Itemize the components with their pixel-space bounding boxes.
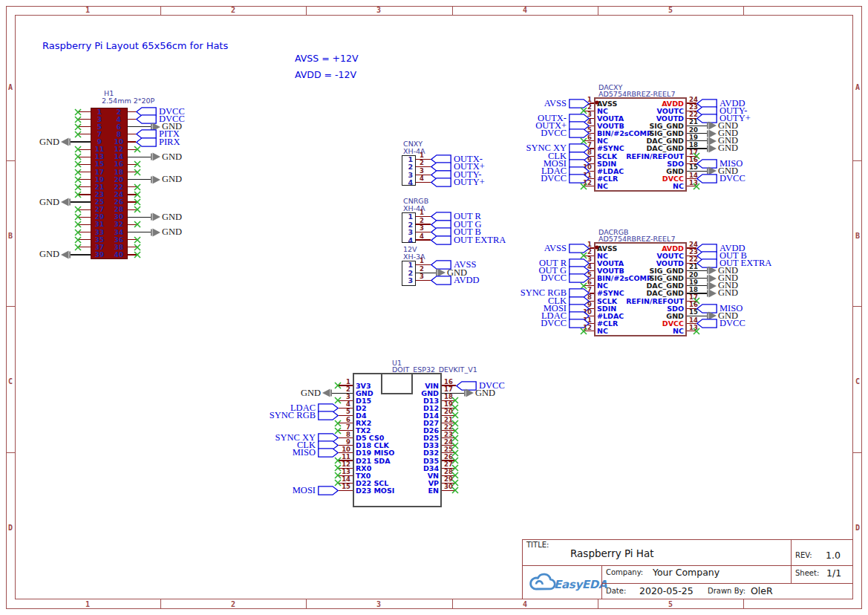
gnd-flag-icon[interactable] <box>60 250 71 260</box>
no-connect-x-icon[interactable] <box>134 169 141 176</box>
net-label[interactable]: PIRX <box>159 137 180 148</box>
no-connect-x-icon[interactable] <box>693 328 700 335</box>
pin-number: 22 <box>114 183 124 191</box>
no-connect-x-icon[interactable] <box>693 183 700 190</box>
gnd-flag-icon[interactable] <box>151 227 161 238</box>
net-label[interactable]: MOSI <box>293 485 316 496</box>
gnd-label: GND <box>39 249 59 260</box>
gnd-flag-icon[interactable] <box>151 152 161 162</box>
no-connect-x-icon[interactable] <box>134 236 141 244</box>
pin-number: 40 <box>114 251 124 258</box>
net-label[interactable]: DVCC <box>541 128 567 139</box>
no-connect-x-icon[interactable] <box>334 464 342 472</box>
no-connect-x-icon[interactable] <box>74 169 82 176</box>
pin-number: 2 <box>420 265 424 273</box>
no-connect-x-icon[interactable] <box>134 160 141 168</box>
net-label[interactable]: SYNC RGB <box>270 410 316 421</box>
pin-name: D23 MOSI <box>356 487 394 495</box>
net-label[interactable]: OUT EXTRA <box>454 235 506 246</box>
pin-number: 11 <box>95 146 105 153</box>
no-connect-x-icon[interactable] <box>334 457 342 464</box>
no-connect-x-icon[interactable] <box>74 131 82 138</box>
no-connect-x-icon[interactable] <box>74 176 82 183</box>
wire <box>128 126 151 127</box>
no-connect-x-icon[interactable] <box>134 244 141 251</box>
ruler-column-label: 1 <box>85 600 90 608</box>
pin-number: 33 <box>95 229 105 236</box>
gnd-flag-icon[interactable] <box>151 212 161 222</box>
net-label[interactable]: AVSS <box>544 98 567 109</box>
no-connect-x-icon[interactable] <box>74 244 82 251</box>
pin-number: 25 <box>95 198 105 206</box>
net-label[interactable]: AVDD <box>454 275 480 286</box>
ruler-column-label: 2 <box>231 6 235 14</box>
no-connect-x-icon[interactable] <box>334 472 342 479</box>
pin-name: EN <box>428 487 439 495</box>
pin-number: 16 <box>114 160 124 168</box>
component-value[interactable]: 2.54mm 2*20P <box>102 97 154 105</box>
no-connect-x-icon[interactable] <box>134 206 141 213</box>
net-label[interactable]: OUTY+ <box>454 177 485 188</box>
no-connect-x-icon[interactable] <box>74 160 82 168</box>
pin-number: 27 <box>95 206 105 213</box>
no-connect-x-icon[interactable] <box>74 229 82 236</box>
gnd-flag-icon[interactable] <box>322 388 332 398</box>
no-connect-x-icon[interactable] <box>74 206 82 213</box>
net-label[interactable]: DVCC <box>541 273 567 284</box>
no-connect-x-icon[interactable] <box>134 146 141 153</box>
net-label[interactable]: DVCC <box>541 318 567 329</box>
no-connect-x-icon[interactable] <box>74 146 82 153</box>
wire <box>71 201 91 202</box>
no-connect-x-icon[interactable] <box>74 183 82 191</box>
pin-number: 1 <box>420 257 424 264</box>
net-label[interactable]: MISO <box>293 447 316 458</box>
no-connect-x-icon[interactable] <box>334 382 342 389</box>
gnd-flag-icon[interactable] <box>464 388 474 398</box>
net-flag[interactable] <box>431 235 451 245</box>
net-flag[interactable] <box>431 276 451 285</box>
no-connect-x-icon[interactable] <box>134 183 141 191</box>
gnd-flag-icon[interactable] <box>707 288 717 299</box>
gnd-flag-icon[interactable] <box>60 197 71 207</box>
ruler-row-label: C <box>855 377 860 385</box>
no-connect-x-icon[interactable] <box>580 183 587 190</box>
net-label[interactable]: DVCC <box>541 173 567 184</box>
ruler-column-label: 3 <box>376 600 381 608</box>
no-connect-x-icon[interactable] <box>134 251 141 258</box>
gnd-label: GND <box>39 137 59 148</box>
no-connect-x-icon[interactable] <box>74 116 82 123</box>
no-connect-x-icon[interactable] <box>334 420 342 427</box>
gnd-label: GND <box>301 388 321 399</box>
pin-number: 4 <box>408 236 413 244</box>
no-connect-x-icon[interactable] <box>74 153 82 160</box>
no-connect-x-icon[interactable] <box>134 191 141 198</box>
ruler-tick <box>853 306 862 307</box>
titleblock-border <box>522 539 853 540</box>
no-connect-x-icon[interactable] <box>451 487 459 494</box>
gnd-flag-icon[interactable] <box>151 175 161 185</box>
pin-number: 4 <box>117 116 121 123</box>
no-connect-x-icon[interactable] <box>134 221 141 228</box>
no-connect-x-icon[interactable] <box>134 198 141 206</box>
net-label[interactable]: DVCC <box>719 318 745 329</box>
no-connect-x-icon[interactable] <box>74 221 82 228</box>
net-flag[interactable] <box>318 486 339 495</box>
no-connect-x-icon[interactable] <box>580 328 587 335</box>
pin-number: 18 <box>114 169 124 176</box>
no-connect-x-icon[interactable] <box>74 236 82 244</box>
pin-number: 31 <box>95 221 105 228</box>
pin-number: 4 <box>408 178 413 186</box>
titleblock-border <box>522 539 523 599</box>
no-connect-x-icon[interactable] <box>74 191 82 198</box>
ruler-tick <box>6 452 15 453</box>
pin-number: 2 <box>420 217 424 224</box>
no-connect-x-icon[interactable] <box>74 213 82 221</box>
gnd-flag-icon[interactable] <box>707 143 717 154</box>
no-connect-x-icon[interactable] <box>74 123 82 131</box>
net-label[interactable]: DVCC <box>719 173 745 184</box>
gnd-flag-icon[interactable] <box>60 137 71 147</box>
net-label[interactable]: AVSS <box>544 243 567 254</box>
pin-number: 3 <box>420 273 424 280</box>
no-connect-x-icon[interactable] <box>74 108 82 116</box>
net-flag[interactable] <box>431 178 451 187</box>
